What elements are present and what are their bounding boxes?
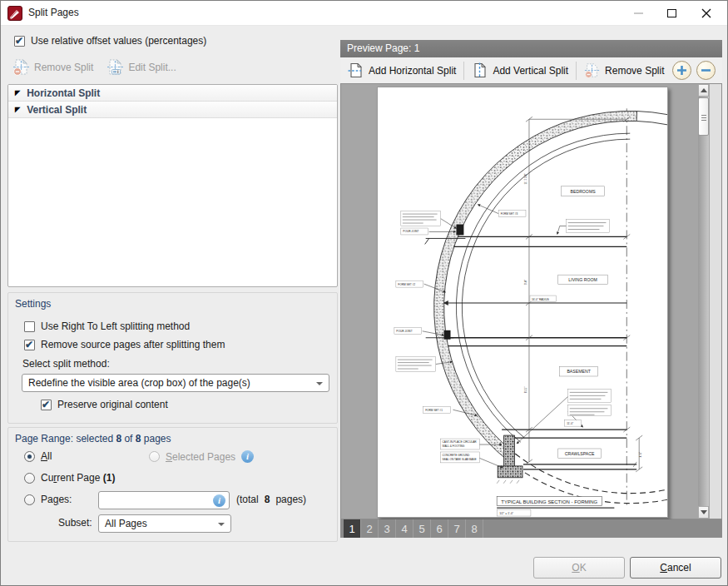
edit-split-button[interactable]: Edit Split...	[106, 58, 176, 76]
svg-text:FORM SET #1: FORM SET #1	[425, 409, 443, 412]
preserve-content-label: Preserve original content	[57, 399, 168, 410]
split-list-toolbar: Remove Split Edit Split...	[12, 58, 176, 76]
page-tab-1[interactable]: 1	[344, 519, 361, 538]
edit-split-icon	[106, 58, 124, 76]
svg-text:CONCRETE GROUND: CONCRETE GROUND	[443, 454, 470, 457]
add-horizontal-split-icon	[348, 62, 364, 78]
add-vertical-split-label: Add Vertical Split	[493, 65, 568, 77]
relative-offset-checkbox[interactable]: Use relative offset values (percentages)	[14, 35, 206, 47]
split-method-select[interactable]: Redefine the visible area (crop box) of …	[22, 374, 329, 392]
subset-label: Subset:	[58, 517, 92, 529]
settings-title: Settings	[15, 298, 51, 310]
pages-input[interactable]: i	[98, 491, 230, 509]
checkbox-checked-icon[interactable]	[14, 36, 25, 47]
scroll-up-icon	[701, 88, 707, 92]
add-horizontal-split-button[interactable]: Add Horizontal Split	[340, 60, 463, 81]
preview-header: Preview Page: 1	[340, 40, 722, 57]
svg-text:CAST-IN-PLACE CIRCULAR: CAST-IN-PLACE CIRCULAR	[443, 440, 478, 444]
svg-text:TYPICAL BUILDING SECTION - FOR: TYPICAL BUILDING SECTION - FORMING	[501, 499, 597, 504]
radio-current-page-label: Current Page (1)	[41, 472, 115, 484]
svg-text:11'-0": 11'-0"	[567, 422, 573, 425]
svg-text:BEDROOMS: BEDROOMS	[571, 189, 597, 194]
page-tab-3[interactable]: 3	[379, 519, 396, 538]
preview-scrollbar[interactable]	[698, 84, 709, 519]
scroll-up-button[interactable]	[698, 84, 709, 97]
close-icon	[701, 8, 711, 18]
page-tab-2[interactable]: 2	[361, 519, 379, 538]
rtl-checkbox[interactable]: Use Right To Left splitting method	[24, 320, 190, 332]
split-method-value: Redefine the visible area (crop box) of …	[28, 377, 250, 389]
svg-text:11'-7 5/8": 11'-7 5/8"	[524, 173, 527, 184]
minimize-button[interactable]	[624, 1, 652, 25]
chevron-down-icon	[218, 523, 225, 526]
viewport-margin	[710, 84, 721, 519]
remove-split-icon	[584, 62, 600, 78]
radio-unselected-icon[interactable]	[24, 473, 35, 484]
maximize-button[interactable]	[657, 1, 686, 25]
svg-text:4'-6": 4'-6"	[639, 452, 642, 457]
svg-text:FORM SET #2: FORM SET #2	[398, 283, 415, 286]
radio-selected-pages-label: Selected Pages	[166, 451, 235, 463]
svg-text:8'-11": 8'-11"	[524, 386, 527, 393]
minimize-icon	[634, 12, 643, 14]
remove-split-icon	[12, 58, 30, 76]
radio-pages[interactable]: Pages:	[24, 494, 72, 505]
preview-viewport[interactable]: 11'-7 5/8" 9'-0" 8'-11" 4'-6" BEDROOMS	[340, 83, 722, 519]
page-tab-strip: 1 2 3 4 5 6 7 8	[340, 519, 722, 538]
close-button[interactable]	[692, 1, 721, 25]
split-pages-dialog: Split Pages Use relative offset values (…	[0, 0, 728, 586]
scroll-down-button[interactable]	[698, 506, 709, 519]
preview-page: 11'-7 5/8" 9'-0" 8'-11" 4'-6" BEDROOMS	[377, 87, 668, 518]
remove-source-checkbox[interactable]: Remove source pages after splitting them	[24, 339, 225, 350]
radio-disabled-icon[interactable]	[149, 451, 160, 462]
svg-text:SEAL ON TANK SLAB BASE: SEAL ON TANK SLAB BASE	[443, 458, 477, 461]
page-tab-6[interactable]: 6	[431, 519, 448, 538]
remove-split-button[interactable]: Remove Split	[12, 58, 93, 76]
checkbox-checked-icon[interactable]	[24, 340, 35, 350]
edit-split-label: Edit Split...	[128, 62, 176, 73]
page-tab-7[interactable]: 7	[448, 519, 466, 538]
subset-select[interactable]: All Pages	[98, 514, 231, 533]
architectural-drawing: 11'-7 5/8" 9'-0" 8'-11" 4'-6" BEDROOMS	[378, 87, 667, 517]
radio-selected-icon[interactable]	[24, 451, 35, 462]
split-list: ◤ Horizontal Split ◤ Vertical Split	[7, 84, 338, 287]
split-list-group-horizontal[interactable]: ◤ Horizontal Split	[8, 85, 337, 102]
relative-offset-label: Use relative offset values (percentages)	[31, 35, 206, 47]
group-label: Horizontal Split	[27, 87, 100, 99]
remove-source-label: Remove source pages after splitting them	[41, 339, 225, 350]
page-tab-8[interactable]: 8	[466, 519, 483, 538]
total-pages-text: (total 8 pages)	[236, 494, 306, 505]
info-icon[interactable]: i	[213, 494, 225, 507]
chevron-down-icon	[316, 382, 323, 385]
radio-current-page[interactable]: Current Page (1)	[24, 472, 115, 484]
preview-remove-split-button[interactable]: Remove Split	[577, 60, 671, 81]
svg-text:CRAWLSPACE: CRAWLSPACE	[565, 451, 595, 456]
scrollbar-thumb[interactable]	[698, 97, 709, 136]
scroll-down-icon	[701, 510, 707, 514]
checkbox-unchecked-icon[interactable]	[24, 321, 35, 332]
add-vertical-split-button[interactable]: Add Vertical Split	[464, 60, 576, 81]
app-icon	[7, 6, 22, 21]
rtl-label: Use Right To Left splitting method	[41, 320, 190, 332]
radio-all[interactable]: All	[24, 450, 52, 462]
svg-text:WALL & FOOTING: WALL & FOOTING	[443, 444, 465, 448]
ok-button[interactable]: OK	[533, 557, 625, 579]
info-icon[interactable]: i	[241, 450, 254, 463]
zoom-out-button[interactable]	[696, 61, 716, 80]
add-horizontal-split-label: Add Horizontal Split	[369, 65, 456, 77]
page-tab-5[interactable]: 5	[414, 519, 431, 538]
svg-text:LIVING ROOM: LIVING ROOM	[568, 277, 597, 282]
radio-selected-pages[interactable]: Selected Pages i	[149, 450, 254, 463]
split-list-group-vertical[interactable]: ◤ Vertical Split	[8, 102, 337, 118]
cancel-button[interactable]: Cancel	[630, 557, 721, 579]
titlebar[interactable]: Split Pages	[1, 1, 727, 26]
preview-remove-split-label: Remove Split	[605, 65, 664, 77]
plus-icon	[673, 62, 691, 79]
preserve-content-checkbox[interactable]: Preserve original content	[41, 399, 168, 410]
radio-unselected-icon[interactable]	[24, 494, 35, 505]
page-tab-4[interactable]: 4	[396, 519, 414, 538]
svg-text:1/2" = 1'-0": 1/2" = 1'-0"	[499, 512, 514, 515]
window-title: Split Pages	[28, 7, 79, 18]
zoom-in-button[interactable]	[672, 61, 691, 80]
checkbox-checked-icon[interactable]	[41, 400, 52, 410]
